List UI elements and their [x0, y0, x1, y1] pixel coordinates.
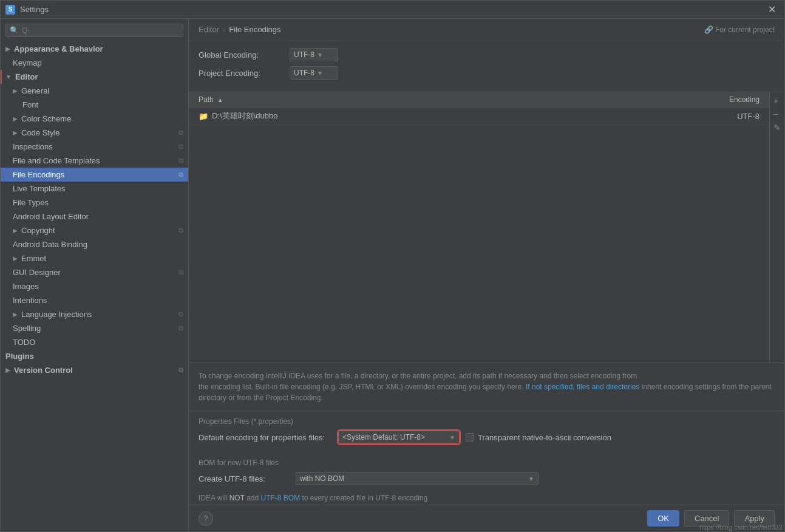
description-text2: the encoding list. Built-in file encodin… — [199, 383, 524, 391]
table-side-buttons: + − ✎ — [769, 92, 784, 363]
sidebar-item-inspections[interactable]: Inspections ⧉ — [1, 140, 188, 154]
bom-select[interactable]: with NO BOM ▼ — [296, 472, 539, 485]
search-icon: 🔍 — [10, 26, 19, 35]
file-table: Path ▲ Encoding 📁 D:\英雄时刻\dubbo — [189, 92, 784, 411]
sidebar-item-file-code-templates[interactable]: File and Code Templates ⧉ — [1, 154, 188, 168]
bom-info: IDEA will NOT add UTF-8 BOM to every cre… — [189, 491, 784, 505]
copy-icon: ⧉ — [178, 268, 183, 276]
bom-section-title: BOM for new UTF-8 files — [199, 459, 775, 467]
default-encoding-value: <System Default: UTF-8> — [342, 433, 425, 442]
table-row[interactable]: 📁 D:\英雄时刻\dubbo UTF-8 — [189, 107, 769, 125]
chevron-down-icon: ▼ — [528, 476, 534, 482]
help-button[interactable]: ? — [199, 511, 213, 526]
default-encoding-label: Default encoding for properties files: — [199, 433, 332, 442]
main-content: 🔍 ▶ Appearance & Behavior Keymap ▼ Edito… — [1, 19, 784, 531]
search-box[interactable]: 🔍 — [5, 24, 183, 37]
table-header-encoding: Encoding — [668, 95, 760, 104]
sidebar-item-editor[interactable]: ▼ Editor — [1, 70, 188, 84]
sidebar-item-emmet[interactable]: ▶ Emmet — [1, 251, 188, 265]
project-encoding-value: UTF-8 — [294, 69, 314, 77]
sidebar-item-label: Android Data Binding — [13, 240, 87, 249]
expand-arrow: ▶ — [5, 367, 10, 373]
sidebar-item-label: Copyright — [21, 226, 55, 235]
close-button[interactable]: ✕ — [764, 2, 780, 16]
sidebar-item-plugins[interactable]: Plugins — [1, 349, 188, 363]
sidebar-item-file-types[interactable]: File Types — [1, 196, 188, 210]
global-encoding-select[interactable]: UTF-8 ▼ — [290, 48, 338, 61]
sidebar-item-copyright[interactable]: ▶ Copyright ⧉ — [1, 223, 188, 237]
copy-icon: ⧉ — [178, 157, 183, 165]
expand-arrow: ▶ — [5, 46, 10, 52]
sidebar-item-label: Intentions — [13, 296, 47, 305]
settings-window: S Settings ✕ 🔍 ▶ Appearance & Behavior K… — [0, 0, 785, 532]
transparent-checkbox[interactable] — [466, 433, 474, 442]
bom-info-highlight: UTF-8 BOM — [261, 494, 301, 502]
sidebar-item-label: Appearance & Behavior — [14, 44, 103, 53]
sidebar-item-file-encodings[interactable]: File Encodings ⧉ — [1, 168, 188, 182]
expand-arrow: ▶ — [13, 227, 18, 234]
table-header-path[interactable]: Path ▲ — [199, 95, 668, 104]
copy-icon: ⧉ — [178, 129, 183, 137]
add-button[interactable]: + — [771, 95, 783, 107]
sidebar-item-gui-designer[interactable]: GUI Designer ⧉ — [1, 265, 188, 279]
title-bar-left: S Settings — [5, 5, 49, 15]
global-encoding-label: Global Encoding: — [199, 50, 284, 60]
bom-value: with NO BOM — [300, 474, 344, 483]
breadcrumb-link-text: For current project — [715, 26, 775, 34]
sidebar-item-label: Android Layout Editor — [13, 212, 89, 221]
sidebar-item-label: Keymap — [13, 58, 42, 67]
search-input[interactable] — [22, 26, 179, 35]
properties-section-title: Properties Files (*.properties) — [199, 417, 775, 426]
default-encoding-row: Default encoding for properties files: <… — [199, 431, 775, 444]
sidebar-item-keymap[interactable]: Keymap — [1, 56, 188, 70]
global-encoding-value: UTF-8 — [294, 50, 314, 59]
bom-info-suffix: to every created file in UTF-8 encoding — [302, 494, 428, 502]
expand-arrow: ▼ — [5, 73, 12, 80]
title-bar: S Settings ✕ — [1, 1, 784, 19]
sidebar-item-spelling[interactable]: Spelling ⧉ — [1, 321, 188, 335]
sidebar-item-color-scheme[interactable]: ▶ Color Scheme — [1, 112, 188, 126]
sidebar-item-android-layout[interactable]: Android Layout Editor — [1, 210, 188, 223]
sidebar-item-label: File and Code Templates — [13, 156, 100, 165]
chevron-down-icon: ▼ — [317, 52, 323, 58]
project-encoding-select[interactable]: UTF-8 ▼ — [290, 66, 338, 80]
sidebar-item-label: Editor — [15, 72, 38, 81]
breadcrumb-separator: › — [223, 25, 225, 34]
bom-info-not: NOT — [229, 494, 245, 502]
sidebar-item-intentions[interactable]: Intentions — [1, 293, 188, 307]
breadcrumb-current: File Encodings — [229, 25, 280, 34]
description-link[interactable]: If not specified, files and directories — [526, 383, 639, 391]
sidebar-item-android-data-binding[interactable]: Android Data Binding — [1, 237, 188, 251]
remove-button[interactable]: − — [771, 108, 783, 120]
description: To change encoding IntelliJ IDEA uses fo… — [189, 363, 784, 411]
project-encoding-label: Project Encoding: — [199, 69, 284, 78]
expand-arrow: ▶ — [13, 87, 18, 94]
sidebar-item-label: Language Injections — [21, 310, 92, 319]
sidebar-item-label: GUI Designer — [13, 268, 61, 277]
sidebar-item-live-templates[interactable]: Live Templates — [1, 182, 188, 196]
sidebar-item-version-control[interactable]: ▶ Version Control ⧉ — [1, 363, 188, 377]
watermark: https://blog.csdn.net/fish332 — [699, 523, 783, 531]
transparent-label: Transparent native-to-ascii conversion — [478, 433, 611, 442]
breadcrumb-link[interactable]: 🔗 For current project — [704, 26, 775, 34]
sidebar-item-label: Code Style — [21, 128, 60, 137]
sidebar-item-label: Emmet — [21, 254, 46, 263]
sidebar-item-general[interactable]: ▶ General — [1, 84, 188, 98]
sidebar-item-label: Color Scheme — [21, 114, 71, 123]
sidebar-item-label: Plugins — [5, 352, 34, 361]
sidebar-item-images[interactable]: Images — [1, 279, 188, 293]
sidebar-item-font[interactable]: Font — [1, 98, 188, 112]
path-header-label: Path — [199, 95, 214, 104]
sidebar-item-label: Live Templates — [13, 184, 65, 193]
ok-button[interactable]: OK — [647, 510, 679, 527]
sidebar-item-label: Spelling — [13, 324, 41, 333]
expand-arrow: ▶ — [13, 115, 18, 122]
sidebar-item-code-style[interactable]: ▶ Code Style ⧉ — [1, 126, 188, 140]
sidebar-item-appearance[interactable]: ▶ Appearance & Behavior — [1, 42, 188, 56]
breadcrumb: Editor › File Encodings 🔗 For current pr… — [189, 19, 784, 41]
sidebar-item-language-injections[interactable]: ▶ Language Injections ⧉ — [1, 307, 188, 321]
sidebar-item-todo[interactable]: TODO — [1, 335, 188, 349]
edit-button[interactable]: ✎ — [771, 121, 783, 134]
default-encoding-select[interactable]: <System Default: UTF-8> ▼ — [338, 431, 460, 444]
window-title: Settings — [20, 5, 49, 14]
